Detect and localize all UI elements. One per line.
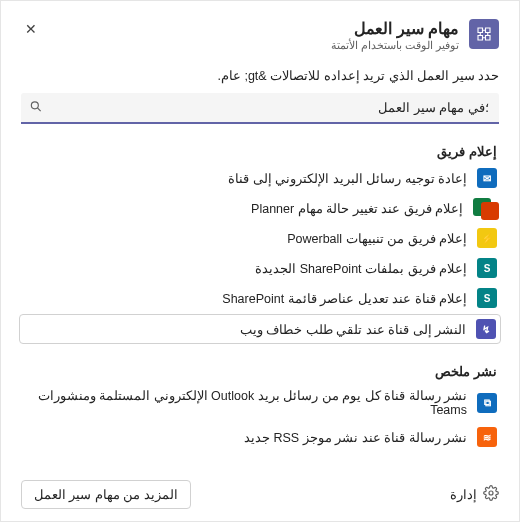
svg-point-2 [489,491,493,495]
workflow-item-label: إعلام قناة عند تعديل عناصر قائمة SharePo… [23,291,467,306]
workflow-item-icon: S [477,288,497,308]
dialog-subtitle: توفير الوقت باستخدام الأتمتة [21,39,459,52]
workflow-item-icon: ≋ [477,427,497,447]
close-icon: ✕ [25,21,37,37]
section-title: نشر ملخص [21,364,499,379]
workflow-item[interactable]: ≋نشر رسالة قناة عند نشر موجز RSS جديد [21,422,499,452]
manage-label: إدارة [450,487,477,502]
workflow-item[interactable]: ⧉نشر رسالة قناة كل يوم من رسائل بريد Out… [21,383,499,422]
workflow-item-label: نشر رسالة قناة كل يوم من رسائل بريد Outl… [23,388,467,417]
workflow-item[interactable]: Sإعلام فريق بملفات SharePoint الجديدة [21,253,499,283]
workflow-item-label: نشر رسالة قناة عند نشر موجز RSS جديد [23,430,467,445]
dialog-footer: إدارة المزيد من مهام سير العمل [21,480,499,509]
workflow-section: إعلام فريق✉إعادة توجيه رسائل البريد الإل… [21,144,499,344]
workflow-item-label: إعلام فريق عند تغيير حالة مهام Planner [23,201,463,216]
workflow-item-label: إعلام فريق بملفات SharePoint الجديدة [23,261,467,276]
gear-icon [483,485,499,504]
workflow-item[interactable]: ✉إعادة توجيه رسائل البريد الإلكتروني إلى… [21,163,499,193]
workflow-item-icon: ✉ [477,168,497,188]
workflow-item-icon: S [477,258,497,278]
workflow-item-icon: ↯ [476,319,496,339]
workflow-item[interactable]: Sإعلام قناة عند تعديل عناصر قائمة ShareP… [21,283,499,313]
workflow-item[interactable]: إعلام فريق عند تغيير حالة مهام Planner [21,193,499,223]
search-input[interactable] [21,93,499,122]
section-title: إعلام فريق [21,144,499,159]
workflow-item-icon [473,198,497,218]
more-workflows-button[interactable]: المزيد من مهام سير العمل [21,480,191,509]
workflow-section: نشر ملخص⧉نشر رسالة قناة كل يوم من رسائل … [21,364,499,452]
workflow-item[interactable]: ⚡إعلام فريق من تنبيهات Powerball [21,223,499,253]
search-field-wrap[interactable] [21,93,499,124]
workflow-item-icon: ⚡ [477,228,497,248]
workflow-item-label: إعادة توجيه رسائل البريد الإلكتروني إلى … [23,171,467,186]
dialog-title: مهام سير العمل [21,19,459,38]
manage-link[interactable]: إدارة [450,485,499,504]
instruction-text: حدد سير العمل الذي تريد إعداده للاتصالات… [21,68,499,83]
close-button[interactable]: ✕ [21,19,41,39]
dialog-header: مهام سير العمل توفير الوقت باستخدام الأت… [21,19,499,52]
workflow-item[interactable]: ↯النشر إلى قناة عند تلقي طلب خطاف ويب [19,314,501,344]
workflow-item-label: النشر إلى قناة عند تلقي طلب خطاف ويب [24,322,466,337]
workflow-item-icon: ⧉ [477,393,497,413]
workflow-item-label: إعلام فريق من تنبيهات Powerball [23,231,467,246]
workflow-app-icon [469,19,499,49]
